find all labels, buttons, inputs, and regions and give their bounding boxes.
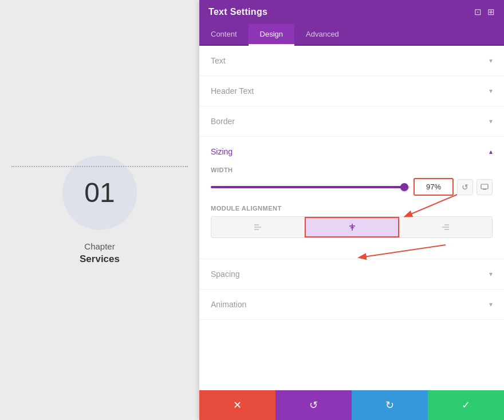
section-spacing-chevron: ▾ — [489, 270, 493, 278]
tab-content[interactable]: Content — [199, 24, 249, 46]
module-alignment-label: Module Alignment — [211, 205, 493, 212]
width-label: Width — [211, 167, 493, 173]
settings-title: Text Settings — [208, 7, 267, 17]
cancel-icon: ✕ — [233, 399, 242, 411]
section-border-title: Border — [211, 117, 235, 126]
section-sizing-header[interactable]: Sizing ▴ — [199, 137, 504, 167]
device-toggle-button[interactable] — [477, 179, 493, 195]
width-slider[interactable] — [211, 186, 410, 188]
save-button[interactable]: ✓ — [428, 390, 504, 420]
section-spacing-title: Spacing — [211, 270, 240, 279]
undo-icon: ↺ — [309, 399, 318, 411]
align-left-icon — [253, 223, 262, 232]
width-field-row: Width ↺ — [211, 167, 493, 196]
settings-panel-wrapper: Text Settings ⊡ ⊞ Content Design Advance… — [199, 0, 504, 420]
desktop-icon — [481, 183, 489, 191]
align-right-button[interactable] — [399, 217, 492, 237]
settings-content[interactable]: Text ▾ Header Text ▾ Border ▾ — [199, 46, 504, 390]
section-header-text: Header Text ▾ — [199, 76, 504, 106]
slider-thumb[interactable] — [400, 183, 408, 191]
align-right-icon — [441, 223, 450, 232]
section-border-chevron: ▾ — [489, 117, 493, 125]
section-header-text-chevron: ▾ — [489, 87, 493, 95]
panel-icon[interactable]: ⊞ — [487, 7, 495, 17]
width-value-input[interactable] — [414, 178, 454, 196]
section-spacing: Spacing ▾ — [199, 259, 504, 290]
undo-button[interactable]: ↺ — [275, 390, 352, 420]
left-panel: 01 Chapter Services — [0, 0, 199, 420]
tab-advanced[interactable]: Advanced — [294, 24, 351, 46]
services-label: Services — [80, 253, 120, 265]
section-sizing-title: Sizing — [211, 147, 233, 156]
svg-rect-1 — [483, 189, 486, 190]
section-border: Border ▾ — [199, 106, 504, 137]
align-center-button[interactable] — [305, 217, 400, 237]
chapter-label: Chapter — [84, 241, 115, 251]
section-text-header[interactable]: Text ▾ — [199, 46, 504, 76]
section-text-title: Text — [211, 56, 226, 65]
cancel-button[interactable]: ✕ — [199, 390, 275, 420]
section-sizing-chevron: ▴ — [489, 148, 493, 156]
section-animation: Animation ▾ — [199, 290, 504, 320]
svg-rect-0 — [481, 184, 488, 189]
width-controls-row: ↺ — [211, 178, 493, 196]
resize-icon[interactable]: ⊡ — [474, 7, 482, 17]
redo-icon: ↻ — [385, 399, 394, 411]
section-sizing: Sizing ▴ Width — [199, 137, 504, 259]
settings-header: Text Settings ⊡ ⊞ — [199, 0, 504, 24]
section-animation-chevron: ▾ — [489, 300, 493, 308]
section-header-text-header[interactable]: Header Text ▾ — [199, 76, 504, 106]
dotted-divider — [11, 166, 188, 167]
section-header-text-title: Header Text — [211, 86, 254, 96]
section-text-chevron: ▾ — [489, 57, 493, 65]
header-icons: ⊡ ⊞ — [474, 7, 495, 17]
chapter-number: 01 — [84, 177, 115, 208]
settings-panel: Text Settings ⊡ ⊞ Content Design Advance… — [199, 0, 504, 420]
tab-design[interactable]: Design — [249, 24, 294, 46]
settings-tabs: Content Design Advanced — [199, 24, 504, 46]
footer-buttons: ✕ ↺ ↻ ✓ — [199, 390, 504, 420]
module-alignment-field-row: Module Alignment — [211, 205, 493, 238]
alignment-row — [211, 216, 493, 238]
save-icon: ✓ — [462, 399, 470, 411]
sizing-content: Width ↺ — [199, 167, 504, 259]
redo-button[interactable]: ↻ — [352, 390, 428, 420]
section-spacing-header[interactable]: Spacing ▾ — [199, 259, 504, 289]
section-animation-header[interactable]: Animation ▾ — [199, 290, 504, 319]
align-center-icon — [348, 223, 357, 232]
align-left-button[interactable] — [211, 217, 305, 237]
section-text: Text ▾ — [199, 46, 504, 76]
section-animation-title: Animation — [211, 300, 246, 309]
reset-button[interactable]: ↺ — [457, 179, 473, 195]
section-border-header[interactable]: Border ▾ — [199, 106, 504, 136]
slider-fill — [211, 186, 404, 188]
